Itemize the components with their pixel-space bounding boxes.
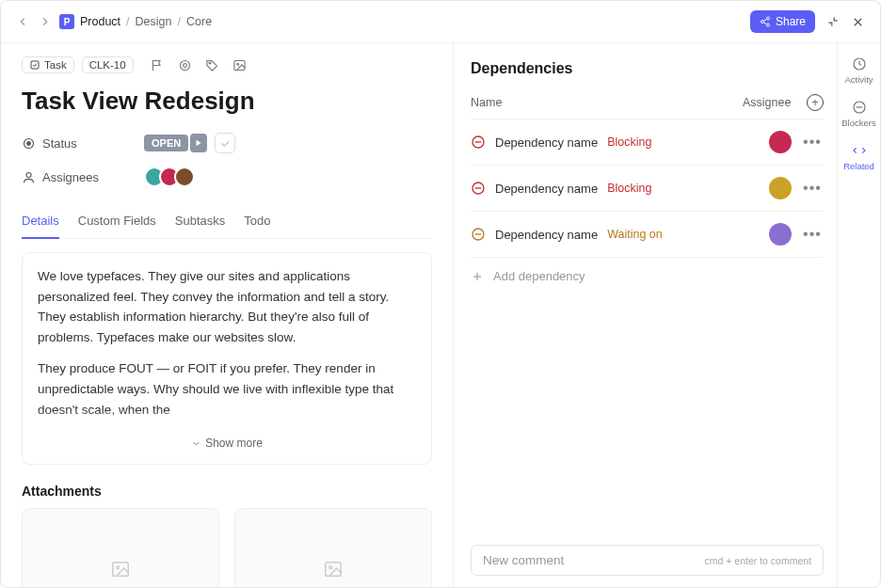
activity-icon: [852, 56, 867, 72]
svg-point-10: [209, 62, 211, 64]
workspace-icon: P: [59, 14, 74, 29]
avatar: [769, 177, 792, 199]
col-assignee-header: Assignee: [743, 96, 799, 109]
dependencies-heading: Dependencies: [471, 60, 824, 77]
more-icon[interactable]: •••: [801, 134, 824, 151]
right-rail: Activity Blockers Related: [837, 43, 880, 587]
rail-related[interactable]: Related: [843, 143, 874, 171]
svg-marker-15: [197, 140, 201, 147]
description-card: We love typefaces. They give our sites a…: [22, 252, 432, 465]
comment-hint: cmd + enter to comment: [704, 555, 811, 566]
status-badge[interactable]: OPEN: [144, 135, 188, 151]
svg-line-3: [763, 19, 766, 21]
svg-point-9: [183, 63, 186, 67]
target-icon[interactable]: [178, 58, 192, 72]
add-dependency-icon[interactable]: +: [807, 94, 824, 111]
related-icon: [852, 143, 867, 158]
svg-rect-11: [234, 60, 245, 70]
plus-icon: [471, 270, 484, 283]
dependency-status-icon: [471, 181, 486, 196]
attachment-placeholder[interactable]: [234, 508, 432, 587]
avatar: [174, 167, 195, 187]
dependency-status: Blocking: [607, 182, 651, 195]
svg-point-16: [26, 172, 31, 177]
more-icon[interactable]: •••: [801, 180, 824, 197]
svg-point-18: [117, 566, 120, 569]
blockers-icon: [852, 100, 867, 115]
rail-activity[interactable]: Activity: [844, 56, 873, 85]
comment-placeholder: New comment: [483, 553, 704, 567]
attachments-heading: Attachments: [22, 484, 432, 499]
svg-point-1: [761, 21, 763, 24]
svg-point-8: [180, 60, 189, 70]
topbar: P Product / Design / Core Share: [1, 1, 880, 43]
avatar: [769, 223, 792, 246]
assignee-avatars[interactable]: [144, 167, 195, 187]
share-button[interactable]: Share: [750, 10, 815, 33]
image-icon[interactable]: [232, 58, 247, 72]
assignees-row: Assignees: [22, 167, 432, 187]
comment-input[interactable]: New comment cmd + enter to comment: [471, 545, 824, 576]
rail-blockers[interactable]: Blockers: [841, 100, 875, 128]
tag-icon[interactable]: [205, 58, 219, 72]
svg-point-0: [766, 17, 769, 20]
tab-subtasks[interactable]: Subtasks: [175, 206, 225, 238]
more-icon[interactable]: •••: [801, 226, 824, 243]
dependency-name: Dependency name: [495, 182, 598, 196]
svg-line-4: [763, 23, 766, 24]
add-dependency-button[interactable]: Add dependency: [471, 257, 824, 294]
task-id-pill[interactable]: CLK-10: [82, 56, 134, 73]
close-icon[interactable]: [851, 15, 865, 29]
share-label: Share: [776, 15, 806, 28]
svg-point-2: [766, 24, 769, 26]
status-icon: [22, 136, 36, 151]
status-next-button[interactable]: [190, 134, 207, 152]
complete-checkbox[interactable]: [215, 133, 235, 153]
dependency-row[interactable]: Dependency nameWaiting on•••: [471, 211, 824, 257]
chevron-down-icon: [191, 438, 201, 449]
collapse-icon[interactable]: [826, 15, 840, 28]
dependencies-pane: Dependencies Name Assignee + Dependency …: [453, 43, 837, 587]
dependency-status-icon: [471, 135, 486, 150]
description-p1: We love typefaces. They give our sites a…: [38, 266, 416, 347]
svg-rect-7: [31, 61, 39, 69]
dependency-name: Dependency name: [495, 135, 598, 150]
svg-point-20: [329, 566, 332, 569]
col-name-header: Name: [471, 96, 743, 109]
crumb-design[interactable]: Design: [136, 15, 172, 28]
dependency-status-icon: [471, 227, 486, 242]
svg-rect-19: [326, 563, 342, 577]
flag-icon[interactable]: [151, 58, 165, 72]
task-pane: Task CLK-10 Task View Redesign Status OP…: [1, 43, 453, 587]
tab-todo[interactable]: Todo: [244, 206, 270, 238]
nav-forward-icon[interactable]: [39, 15, 52, 28]
tab-details[interactable]: Details: [22, 206, 59, 239]
crumb-product[interactable]: Product: [80, 15, 120, 28]
dependency-status: Waiting on: [607, 228, 663, 241]
page-title: Task View Redesign: [22, 87, 432, 116]
attachment-placeholder[interactable]: [22, 508, 219, 587]
nav-back-icon[interactable]: [16, 15, 29, 28]
image-placeholder-icon: [323, 559, 344, 580]
dependency-status: Blocking: [607, 135, 651, 149]
image-placeholder-icon: [110, 559, 131, 580]
task-type-pill[interactable]: Task: [22, 56, 74, 73]
tab-custom-fields[interactable]: Custom Fields: [78, 206, 156, 238]
tabs: DetailsCustom FieldsSubtasksTodo: [22, 206, 432, 239]
svg-point-14: [27, 141, 31, 145]
crumb-core[interactable]: Core: [186, 15, 212, 28]
avatar: [769, 131, 792, 153]
dependency-row[interactable]: Dependency nameBlocking•••: [471, 119, 824, 165]
svg-point-12: [236, 63, 238, 65]
dependency-name: Dependency name: [495, 228, 598, 242]
breadcrumb[interactable]: P Product / Design / Core: [59, 14, 212, 29]
status-row: Status OPEN: [22, 133, 432, 153]
dependency-row[interactable]: Dependency nameBlocking•••: [471, 165, 824, 211]
svg-rect-17: [113, 563, 129, 577]
person-icon: [22, 170, 36, 184]
